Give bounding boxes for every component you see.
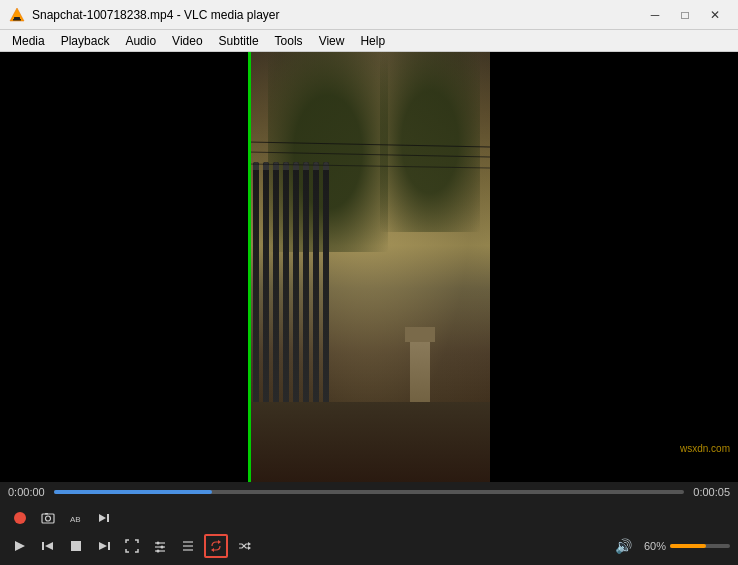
time-start: 0:00:00 [8,486,48,498]
svg-point-24 [157,550,160,553]
menu-subtitle[interactable]: Subtitle [211,32,267,50]
menu-bar: Media Playback Audio Video Subtitle Tool… [0,30,738,52]
menu-playback[interactable]: Playback [53,32,118,50]
record-button[interactable] [8,506,32,530]
svg-marker-11 [99,514,106,522]
loop-button[interactable] [204,534,228,558]
fence-bar [263,162,269,422]
svg-marker-30 [248,546,251,550]
play-icon [13,539,27,553]
loop-icon [210,540,222,552]
close-button[interactable]: ✕ [700,0,730,30]
menu-video[interactable]: Video [164,32,210,50]
ground [248,402,490,482]
playlist-icon [181,539,195,553]
video-area[interactable]: wsxdn.com [0,52,738,482]
controls-row1: AB [8,504,730,532]
loop-ab-icon: AB [69,511,83,525]
progress-fill [54,490,212,494]
menu-media[interactable]: Media [4,32,53,50]
progress-track[interactable] [54,490,684,494]
maximize-button[interactable]: □ [670,0,700,30]
frame-next-button[interactable] [92,506,116,530]
random-button[interactable] [232,534,256,558]
svg-point-22 [161,546,164,549]
svg-line-4 [248,152,490,157]
ext-settings-icon [153,539,167,553]
menu-view[interactable]: View [311,32,353,50]
volume-fill [670,544,706,548]
fence-bar [283,162,289,422]
svg-text:AB: AB [70,515,81,524]
menu-audio[interactable]: Audio [117,32,164,50]
video-canvas [248,52,490,482]
fence-bar [293,162,299,422]
volume-area: 🔊 60% [615,538,730,554]
random-icon [237,539,251,553]
video-content [248,52,490,482]
wires [248,132,490,192]
svg-marker-15 [45,542,53,550]
svg-rect-9 [45,513,48,515]
svg-marker-13 [15,541,25,551]
prev-button[interactable] [36,534,60,558]
svg-rect-14 [42,542,44,550]
svg-rect-7 [42,514,54,523]
snapshot-icon [41,511,55,525]
svg-marker-31 [248,542,251,546]
progress-area: 0:00:00 0:00:05 [0,482,738,502]
fence-bar [313,162,319,422]
menu-tools[interactable]: Tools [267,32,311,50]
controls-row2: 🔊 60% [8,532,730,560]
svg-point-20 [157,542,160,545]
stop-button[interactable] [64,534,88,558]
prev-icon [41,539,55,553]
play-button[interactable] [8,534,32,558]
svg-rect-17 [108,542,110,550]
next-icon [97,539,111,553]
fullscreen-button[interactable] [120,534,144,558]
svg-point-6 [14,512,26,524]
ext-settings-button[interactable] [148,534,172,558]
vlc-icon [8,6,26,24]
frame-next-icon [97,511,111,525]
volume-track[interactable] [670,544,730,548]
svg-marker-28 [218,540,221,544]
svg-rect-16 [71,541,81,551]
fence-bar [273,162,279,422]
controls-area: AB [0,502,738,564]
fence-bar [323,162,329,422]
svg-marker-18 [99,542,107,550]
fullscreen-icon [125,539,139,553]
next-button[interactable] [92,534,116,558]
minimize-button[interactable]: ─ [640,0,670,30]
volume-icon: 🔊 [615,538,632,554]
stop-icon [69,539,83,553]
fence-bar [303,162,309,422]
time-end: 0:00:05 [690,486,730,498]
title-bar: Snapchat-100718238.mp4 - VLC media playe… [0,0,738,30]
fence [253,162,343,422]
svg-line-5 [248,164,490,168]
playlist-button[interactable] [176,534,200,558]
window-title: Snapchat-100718238.mp4 - VLC media playe… [32,8,640,22]
pillar-top [405,327,435,342]
loop-ab-button[interactable]: AB [64,506,88,530]
svg-line-3 [248,142,490,147]
svg-rect-12 [107,514,109,522]
fence-bar [253,162,259,422]
record-icon [13,511,27,525]
menu-help[interactable]: Help [352,32,393,50]
snapshot-button[interactable] [36,506,60,530]
svg-point-8 [46,516,51,521]
window-controls: ─ □ ✕ [640,0,730,30]
volume-label: 60% [636,540,666,552]
watermark: wsxdn.com [680,443,730,454]
svg-rect-2 [13,19,21,21]
svg-marker-29 [211,548,214,552]
